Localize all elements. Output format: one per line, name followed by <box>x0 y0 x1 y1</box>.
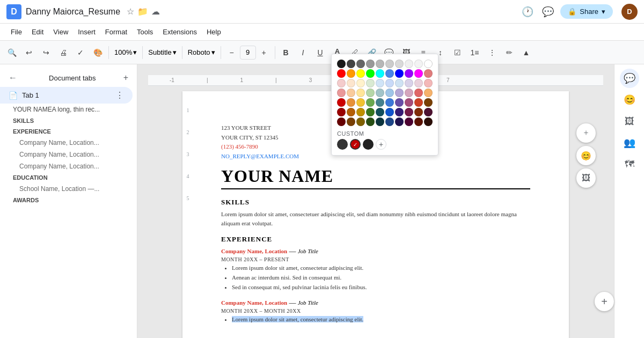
collapse-toolbar-button[interactable]: ▲ <box>519 45 534 60</box>
color-swatch[interactable] <box>395 79 404 87</box>
right-panel-map-button[interactable]: 🗺 <box>620 155 639 174</box>
outline-item-4[interactable]: Company Name, Location... <box>0 149 137 160</box>
emoji-float-button[interactable]: 😊 <box>576 146 596 165</box>
bold-button[interactable]: B <box>279 45 294 60</box>
outline-item-6[interactable]: EDUCATION <box>0 172 137 183</box>
color-swatch[interactable] <box>414 60 423 68</box>
color-swatch[interactable] <box>405 60 413 68</box>
font-size-value[interactable]: 9 <box>240 46 256 60</box>
color-swatch[interactable] <box>424 89 433 97</box>
star-icon[interactable]: ☆ <box>127 6 134 17</box>
checklist-button[interactable]: ☑ <box>450 45 465 60</box>
color-swatch[interactable] <box>385 60 394 68</box>
color-swatch[interactable] <box>347 60 355 68</box>
color-swatch[interactable] <box>405 117 413 126</box>
spell-check-button[interactable]: ✓ <box>73 45 88 60</box>
color-swatch[interactable] <box>424 98 433 107</box>
color-swatch[interactable] <box>414 98 423 107</box>
color-swatch[interactable] <box>347 89 355 97</box>
color-swatch[interactable] <box>356 98 365 107</box>
color-swatch[interactable] <box>376 98 384 107</box>
color-swatch[interactable] <box>337 89 346 97</box>
outline-item-3[interactable]: Company Name, Location... <box>0 137 137 149</box>
add-float-button[interactable]: + <box>576 123 596 143</box>
color-swatch[interactable] <box>395 117 404 126</box>
custom-swatch-2[interactable]: ✓ <box>350 139 361 150</box>
color-swatch[interactable] <box>424 79 433 87</box>
color-swatch[interactable] <box>366 79 375 87</box>
color-swatch[interactable] <box>356 69 365 78</box>
menu-format[interactable]: Format <box>101 26 131 38</box>
color-swatch[interactable] <box>385 117 394 126</box>
color-swatch[interactable] <box>356 60 365 68</box>
add-floating-button[interactable]: + <box>595 292 614 311</box>
font-size-decrease[interactable]: − <box>224 45 239 60</box>
outline-item-8[interactable]: AWARDS <box>0 195 137 205</box>
color-swatch[interactable] <box>376 69 384 78</box>
more-button[interactable]: ⋮ <box>485 45 500 60</box>
color-swatch[interactable] <box>366 98 375 107</box>
color-swatch[interactable] <box>366 108 375 116</box>
color-swatch[interactable] <box>405 79 413 87</box>
color-swatch[interactable] <box>414 79 423 87</box>
document-title[interactable]: Danny Maiorca_Resume <box>26 7 120 17</box>
color-swatch[interactable] <box>356 79 365 87</box>
pen-mode-button[interactable]: ✏ <box>502 45 517 60</box>
color-swatch[interactable] <box>356 89 365 97</box>
menu-tools[interactable]: Tools <box>133 26 157 38</box>
zoom-select[interactable]: 100% ▾ <box>112 47 139 57</box>
right-panel-emoji-button[interactable]: 😊 <box>620 90 639 109</box>
back-arrow-icon[interactable]: ← <box>9 73 17 83</box>
color-swatch[interactable] <box>347 79 355 87</box>
color-swatch[interactable] <box>405 98 413 107</box>
avatar[interactable]: D <box>621 4 638 20</box>
image-float-button[interactable]: 🖼 <box>576 168 596 188</box>
color-swatch[interactable] <box>366 60 375 68</box>
custom-swatch-3[interactable] <box>363 139 374 150</box>
right-panel-comments-button[interactable]: 💬 <box>620 69 639 88</box>
color-swatch[interactable] <box>414 108 423 116</box>
color-swatch[interactable] <box>337 117 346 126</box>
menu-edit[interactable]: Edit <box>27 26 48 38</box>
color-swatch[interactable] <box>337 79 346 87</box>
color-swatch[interactable] <box>405 108 413 116</box>
color-swatch[interactable] <box>385 98 394 107</box>
color-swatch[interactable] <box>366 69 375 78</box>
color-swatch[interactable] <box>337 60 346 68</box>
color-swatch[interactable] <box>395 108 404 116</box>
menu-insert[interactable]: Insert <box>74 26 100 38</box>
color-swatch[interactable] <box>337 108 346 116</box>
color-swatch[interactable] <box>385 79 394 87</box>
menu-help[interactable]: Help <box>202 26 225 38</box>
color-swatch[interactable] <box>414 89 423 97</box>
cloud-icon[interactable]: ☁ <box>151 6 160 17</box>
color-swatch[interactable] <box>414 69 423 78</box>
style-select[interactable]: Subtitle ▾ <box>146 47 178 57</box>
paint-format-button[interactable]: 🎨 <box>90 45 105 60</box>
color-swatch[interactable] <box>376 79 384 87</box>
tab-more-icon[interactable]: ⋮ <box>115 90 124 100</box>
outline-item-5[interactable]: Company Name, Location... <box>0 160 137 172</box>
outline-item-2[interactable]: EXPERIENCE <box>0 126 137 137</box>
color-swatch[interactable] <box>424 69 433 78</box>
outline-item-7[interactable]: School Name, Location —... <box>0 183 137 195</box>
add-custom-color-button[interactable]: + <box>376 139 386 150</box>
color-swatch[interactable] <box>395 69 404 78</box>
color-swatch[interactable] <box>376 60 384 68</box>
font-select[interactable]: Roboto ▾ <box>186 47 217 57</box>
color-swatch[interactable] <box>424 60 433 68</box>
outline-item-1[interactable]: SKILLS <box>0 115 137 126</box>
numbered-list-button[interactable]: 1≡ <box>467 45 482 60</box>
color-swatch[interactable] <box>395 60 404 68</box>
color-swatch[interactable] <box>385 108 394 116</box>
color-swatch[interactable] <box>395 89 404 97</box>
redo-button[interactable]: ↪ <box>39 45 54 60</box>
italic-button[interactable]: I <box>296 45 311 60</box>
color-swatch[interactable] <box>356 108 365 116</box>
history-icon[interactable]: 🕐 <box>519 4 536 20</box>
color-swatch[interactable] <box>424 117 433 126</box>
share-button[interactable]: 🔒 Share ▾ <box>560 4 613 19</box>
color-swatch[interactable] <box>337 98 346 107</box>
right-panel-image-button[interactable]: 🖼 <box>620 112 639 131</box>
add-tab-button[interactable]: + <box>123 73 128 83</box>
